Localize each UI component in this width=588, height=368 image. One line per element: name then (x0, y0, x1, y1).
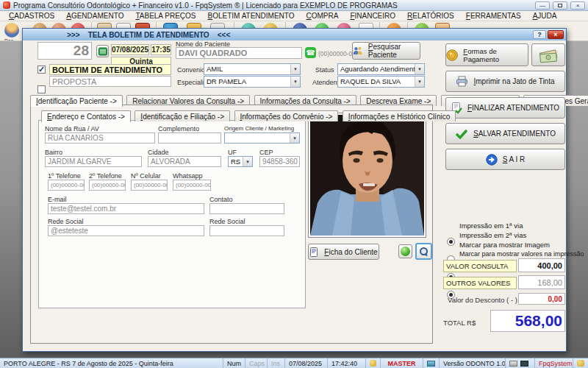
screen: Programa Consultório Odontológico + Fina… (0, 0, 588, 368)
save-service-button[interactable]: SALVAR ATENDIMENTO (445, 123, 565, 144)
save-service-label: SALVAR ATENDIMENTO (473, 130, 556, 138)
finish-service-button[interactable]: FINALIZAR ATENDIMENTO (445, 97, 565, 118)
cell-label: Nº Celular (131, 172, 161, 180)
discount-field[interactable]: 0,00 (518, 293, 565, 305)
people-icon (353, 46, 363, 56)
state-dropdown[interactable]: RS ▼ (228, 156, 253, 167)
city-field[interactable]: ALVORADA (148, 156, 221, 167)
origin-label: Origem Cliente / Marketing (224, 125, 294, 132)
dialog-body: 28 07/08/2025 17:35 Quinta BOLETIM DE AT… (23, 40, 566, 351)
social1-field[interactable]: @esteteste (48, 225, 204, 236)
whatsapp-icon[interactable]: ☎ (305, 47, 316, 58)
payment-methods-button[interactable]: Formas de Pagamento (445, 43, 528, 66)
dialog-help-button[interactable]: ? (533, 30, 546, 39)
patient-photo-frame (308, 113, 426, 238)
statusbar-pet-icon (366, 358, 381, 368)
status-dropdown[interactable]: Aguardando Atendimento ▼ (337, 63, 425, 75)
social2-label: Rede Social (209, 218, 245, 225)
menu-ferramentas[interactable]: FERRAMENTAS (460, 12, 527, 20)
atendente-dropdown[interactable]: RAQUEL DA SILVA ▼ (337, 76, 425, 88)
exit-button[interactable]: S A I R (445, 149, 565, 170)
boletim-label-field: BOLETIM DE ATENDIMENTO (49, 64, 171, 75)
phone1-field[interactable]: (00)00000-0000 (48, 180, 85, 191)
boletim-checkbox[interactable] (37, 66, 46, 74)
toolbar-patient-icon[interactable] (4, 23, 19, 38)
app-titlebar: Programa Consultório Odontológico + Fina… (0, 0, 588, 11)
menu-tabela-precos[interactable]: TABELA PREÇOS (129, 12, 201, 20)
radio-show-values-label: Marcar para mostrar valores na impressão (459, 250, 584, 258)
finish-service-label: FINALIZAR ATENDIMENTO (467, 104, 559, 112)
search-patient-button[interactable]: Pesquisar Paciente (352, 42, 420, 60)
client-record-button[interactable]: Ficha do Cliente (308, 244, 379, 260)
whatsapp-field[interactable]: (00)00000-0000 (173, 180, 211, 191)
app-title: Programa Consultório Odontológico + Fina… (13, 1, 532, 10)
statusbar-date: 07/08/2025 (285, 358, 328, 368)
photo-zoom-button[interactable] (415, 243, 432, 260)
phone1-label: 1º Telefone (48, 172, 81, 180)
chevron-down-icon: ▼ (290, 64, 300, 74)
menu-relatorios[interactable]: RELATÓRIOS (401, 12, 460, 20)
convenio-value: AMIL (204, 64, 290, 74)
patient-name-field[interactable]: DAVI QUADRADO (176, 47, 302, 59)
monitor-icon (520, 361, 528, 367)
menu-agendamento[interactable]: AGENDAMENTO (60, 12, 129, 20)
city-label: Cidade (148, 149, 169, 156)
origin-dropdown[interactable]: ▼ (224, 132, 300, 144)
maximize-button[interactable] (553, 1, 567, 10)
print-inkjet-button[interactable]: Imprimir na Jato de Tinta (445, 71, 565, 92)
statusbar-caps: Caps (245, 358, 268, 368)
photo-add-button[interactable] (398, 244, 412, 258)
time-field[interactable]: 17:35 (151, 44, 171, 55)
calendar-button[interactable] (96, 45, 109, 57)
menu-boletim-atendimento[interactable]: BOLETIM ATENDIMENTO (202, 12, 301, 20)
cell-field[interactable]: (00)00000-0000 (131, 180, 168, 191)
subtab-endereco-contatos[interactable]: Endereço e Contatos -> (41, 110, 131, 122)
boletim-dialog: >>> TELA BOLETIM DE ATENDIMENTO <<< ? × … (22, 28, 567, 352)
zip-field[interactable]: 94858-360 (259, 156, 300, 167)
phone2-label: 2º Telefone (89, 172, 122, 180)
contact-field[interactable] (209, 203, 284, 214)
calendar-icon (98, 47, 107, 56)
patient-photo (310, 115, 424, 236)
dialog-close-button[interactable]: × (548, 30, 564, 39)
consult-value-field[interactable]: 400,00 (518, 258, 565, 272)
address-form: Nome da Rua / AV RUA CANARIOS Complement… (38, 120, 306, 308)
other-values-field[interactable]: 168,00 (518, 275, 565, 289)
complement-field[interactable] (158, 132, 221, 144)
proposta-checkbox[interactable] (37, 85, 46, 93)
banknotes-button[interactable] (531, 43, 565, 66)
social2-field[interactable] (209, 225, 284, 236)
radio-print-first-copy[interactable] (447, 238, 455, 246)
state-value: RS (229, 157, 243, 166)
menu-financeiro[interactable]: FINANCEIRO (344, 12, 401, 20)
app-icon (3, 1, 10, 9)
statusbar-location-date: PORTO ALEGRE - RS 7 de Agosto de 2025 - … (0, 358, 223, 368)
street-field[interactable]: RUA CANARIOS (45, 132, 155, 144)
payment-methods-label: Formas de Pagamento (463, 47, 528, 63)
subtab-identificacao-filiacao[interactable]: Identificação e Filiação -> (135, 110, 230, 121)
tab-identificacao-paciente[interactable]: Identificação Paciente -> (30, 95, 123, 107)
zip-label: CEP (259, 149, 273, 156)
tab-page: Endereço e Contatos -> Identificação e F… (30, 105, 433, 344)
district-label: Bairro (45, 149, 62, 156)
especialista-dropdown[interactable]: DR PAMELA ▼ (204, 76, 301, 88)
maximize-icon (558, 4, 562, 7)
minimize-button[interactable]: — (535, 1, 550, 10)
subtab-informacoes-convenio[interactable]: Informações do Convênio -> (234, 110, 339, 121)
menu-cadastros[interactable]: CADASTROS (3, 12, 60, 20)
menu-compra[interactable]: COMPRA (300, 12, 344, 20)
boletim-number-field[interactable]: 28 (37, 42, 92, 60)
date-field[interactable]: 07/08/2025 (111, 44, 149, 55)
statusbar: PORTO ALEGRE - RS 7 de Agosto de 2025 - … (0, 358, 588, 368)
statusbar-ins: Ins (268, 358, 285, 368)
status-value: Aguardando Atendimento (338, 64, 415, 74)
phone2-field[interactable]: (00)00000-0000 (89, 180, 126, 191)
printer-icon (509, 361, 517, 367)
email-field[interactable]: teste@testel.com.br (48, 203, 204, 214)
total-field: 568,00 (490, 310, 565, 332)
district-field[interactable]: JARDIM ALGARVE (45, 156, 142, 167)
close-button[interactable]: × (570, 1, 585, 10)
subtab-historico-clinico[interactable]: Informações e Histórico Clínico (343, 110, 456, 121)
convenio-dropdown[interactable]: AMIL ▼ (204, 63, 301, 75)
menu-ajuda[interactable]: AJUDA (527, 12, 563, 20)
